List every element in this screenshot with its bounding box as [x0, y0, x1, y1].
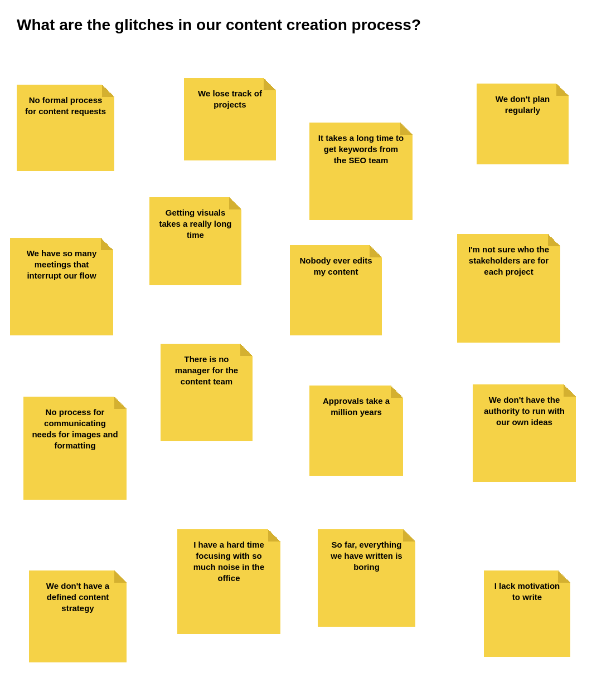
note-15: We don't have a defined content strategy [29, 570, 127, 662]
note-3-text: It takes a long time to get keywords fro… [317, 133, 405, 167]
note-7: Nobody ever edits my content [290, 245, 382, 335]
sticky-notes-board: No formal process for content requestsWe… [0, 40, 616, 678]
note-7-text: Nobody ever edits my content [298, 255, 374, 278]
note-14: So far, everything we have written is bo… [318, 529, 415, 627]
note-14-text: So far, everything we have written is bo… [326, 539, 408, 573]
note-16-text: I lack motivation to write [492, 581, 562, 603]
note-10: No process for communicating needs for i… [23, 397, 127, 500]
note-15-text: We don't have a defined content strategy [37, 581, 119, 614]
note-8: I'm not sure who the stakeholders are fo… [457, 234, 560, 343]
page-title: What are the glitches in our content cre… [0, 0, 616, 40]
note-9: There is no manager for the content team [161, 344, 253, 441]
note-2: We lose track of projects [184, 78, 276, 160]
note-1: No formal process for content requests [17, 85, 114, 171]
note-13: I have a hard time focusing with so much… [177, 529, 280, 634]
note-12-text: We don't have the authority to run with … [481, 394, 568, 428]
note-9-text: There is no manager for the content team [168, 354, 245, 388]
note-11: Approvals take a million years [309, 386, 403, 476]
note-11-text: Approvals take a million years [317, 396, 395, 418]
note-16: I lack motivation to write [484, 570, 570, 657]
note-6-text: We have so many meetings that interrupt … [18, 248, 105, 282]
note-8-text: I'm not sure who the stakeholders are fo… [465, 244, 552, 278]
note-4: We don't plan regularly [477, 84, 569, 164]
note-6: We have so many meetings that interrupt … [10, 238, 113, 335]
note-4-text: We don't plan regularly [484, 94, 561, 116]
note-5: Getting visuals takes a really long time [149, 197, 241, 285]
note-10-text: No process for communicating needs for i… [31, 407, 119, 452]
note-2-text: We lose track of projects [192, 88, 268, 111]
note-13-text: I have a hard time focusing with so much… [185, 539, 273, 584]
note-12: We don't have the authority to run with … [473, 384, 576, 482]
note-1-text: No formal process for content requests [25, 95, 106, 118]
note-5-text: Getting visuals takes a really long time [157, 207, 234, 241]
note-3: It takes a long time to get keywords fro… [309, 123, 413, 220]
